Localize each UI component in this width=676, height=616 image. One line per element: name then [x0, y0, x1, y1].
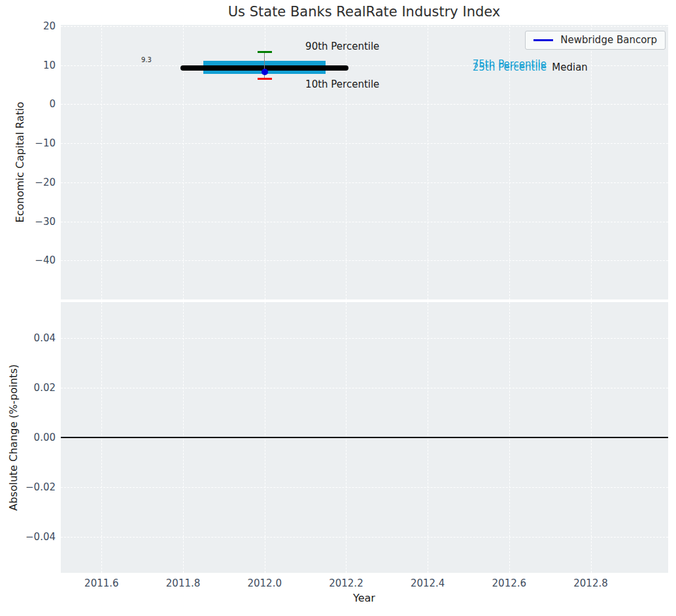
gridline-horizontal — [61, 338, 668, 339]
x-tick-label: 2012.6 — [492, 579, 527, 589]
y-axis-label-economic-capital-ratio: Economic Capital Ratio — [15, 102, 25, 223]
axes-economic-capital-ratio: Newbridge Bancorp 9.390th Percentile10th… — [61, 25, 668, 299]
gridline-horizontal — [61, 388, 668, 388]
newbridge-bancorp-point — [262, 69, 268, 75]
chart-title: Us State Banks RealRate Industry Index — [228, 4, 501, 20]
x-axis-label-year: Year — [353, 593, 375, 604]
gridline-vertical — [101, 25, 102, 299]
annotation-median: Median — [552, 63, 588, 73]
gridline-horizontal — [61, 26, 668, 27]
annotation-9-3: 9.3 — [141, 57, 152, 64]
decile-whisker-cap-low — [258, 78, 272, 80]
x-tick-label: 2012.0 — [247, 579, 282, 589]
chart-figure: Us State Banks RealRate Industry Index N… — [0, 0, 676, 616]
gridline-horizontal — [61, 143, 668, 144]
annotation-90th-percentile: 90th Percentile — [305, 42, 379, 52]
gridline-horizontal — [61, 104, 668, 105]
legend: Newbridge Bancorp — [525, 31, 666, 50]
annotation-10th-percentile: 10th Percentile — [305, 80, 379, 90]
x-tick-label: 2012.8 — [573, 579, 608, 589]
decile-whisker-cap-high — [258, 51, 272, 53]
y-tick-label: −0.04 — [25, 532, 56, 541]
x-tick-label: 2012.4 — [411, 579, 445, 589]
legend-label: Newbridge Bancorp — [560, 35, 657, 45]
axes-absolute-change — [61, 302, 668, 573]
gridline-horizontal — [61, 260, 668, 261]
y-tick-label: −10 — [35, 139, 56, 148]
gridline-horizontal — [61, 487, 668, 488]
y-tick-label: 20 — [43, 21, 56, 31]
y-tick-label: 0.04 — [34, 334, 56, 343]
y-tick-label: 0 — [49, 99, 56, 109]
gridline-horizontal — [61, 182, 668, 183]
annotation-25th-percentile: 25th Percentile — [473, 63, 547, 74]
gridline-vertical — [591, 25, 592, 299]
x-tick-label: 2011.6 — [84, 579, 119, 589]
gridline-horizontal — [61, 222, 668, 222]
zero-line — [61, 437, 668, 438]
y-tick-label: −0.02 — [25, 482, 56, 492]
y-tick-label: −20 — [35, 177, 56, 187]
gridline-horizontal — [61, 537, 668, 538]
x-tick-label: 2011.8 — [166, 579, 201, 589]
y-tick-label: 0.02 — [34, 383, 56, 393]
y-tick-label: 0.00 — [34, 433, 56, 443]
y-axis-label-absolute-change: Absolute Change (%-points) — [8, 364, 19, 511]
y-tick-label: −30 — [35, 216, 56, 226]
legend-line-icon — [533, 39, 553, 41]
y-tick-label: 10 — [43, 60, 56, 70]
x-tick-label: 2012.2 — [329, 579, 363, 589]
gridline-vertical — [428, 25, 428, 299]
y-tick-label: −40 — [35, 256, 56, 265]
